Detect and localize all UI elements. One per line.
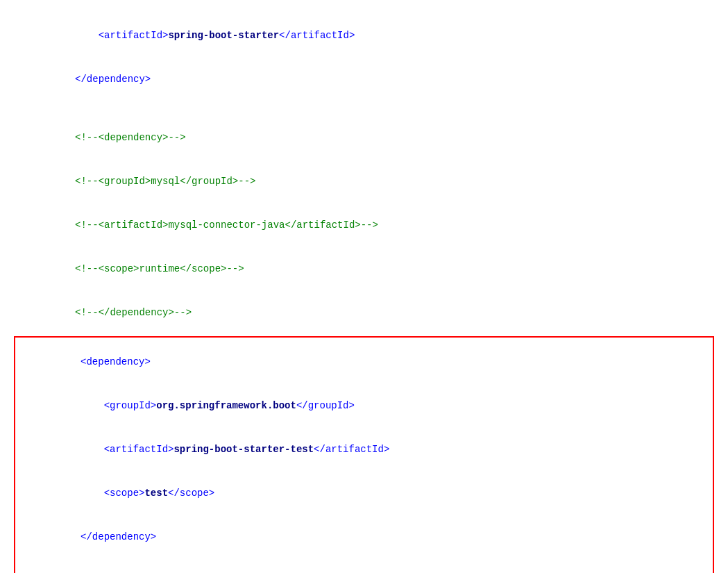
code-line: <!--<artifactId>mysql-connector-java</ar… <box>14 204 714 247</box>
code-line: <dependency> <box>19 340 709 384</box>
code-line: <groupId>org.springframework.boot</group… <box>19 384 709 428</box>
code-line: </dependency> <box>14 58 714 101</box>
code-line: <artifactId>spring-boot-starter-test</ar… <box>19 428 709 472</box>
artifact-value: spring-boot-starter <box>168 30 279 41</box>
code-line: <!--<dependency>--> <box>14 116 714 160</box>
highlighted-block: <dependency> <groupId>org.springframewor… <box>14 336 714 573</box>
comment: <!--<artifactId>mysql-connector-java</ar… <box>51 219 378 231</box>
tag: <scope> <box>57 488 144 499</box>
code-line: <!--<scope>runtime</scope>--> <box>14 247 714 291</box>
comment: <!--<groupId>mysql</groupId>--> <box>51 176 255 187</box>
comment: <!--<dependency>--> <box>51 132 185 143</box>
value: test <box>144 488 168 499</box>
tag: <artifactId> <box>57 444 173 455</box>
value: org.springframework.boot <box>156 400 296 411</box>
code-line: </dependency> <box>19 515 709 559</box>
comment: <!--</dependency>--> <box>51 307 192 318</box>
tag-close: </artifactId> <box>279 30 355 41</box>
tag: </dependency> <box>57 531 156 542</box>
code-line: <!--</dependency>--> <box>14 291 714 335</box>
tag: </artifactId> <box>314 444 389 455</box>
value: spring-boot-starter-test <box>173 444 314 455</box>
code-line: <!--<groupId>mysql</groupId>--> <box>14 160 714 204</box>
code-line: <dependency> <box>19 559 709 573</box>
tag: <artifactId> <box>51 30 168 41</box>
tag: </groupId> <box>296 400 355 411</box>
tag: <dependency> <box>57 356 150 367</box>
code-line: <artifactId>spring-boot-starter</artifac… <box>14 14 714 58</box>
code-line <box>14 101 714 116</box>
comment: <!--<scope>runtime</scope>--> <box>51 263 244 274</box>
tag: </scope> <box>168 488 214 499</box>
code-line: <scope>test</scope> <box>19 472 709 515</box>
code-container: <artifactId>spring-boot-starter</artifac… <box>0 7 728 573</box>
tag: <groupId> <box>57 400 156 411</box>
pre-highlight-lines: <artifactId>spring-boot-starter</artifac… <box>14 14 714 335</box>
tag: </dependency> <box>51 74 151 85</box>
